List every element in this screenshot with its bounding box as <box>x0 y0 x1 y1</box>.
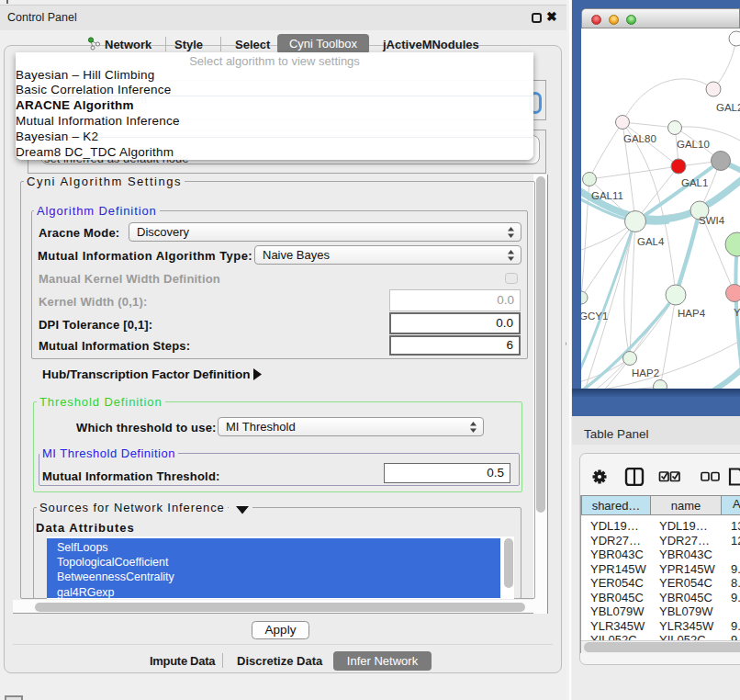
svg-text:GAL1: GAL1 <box>681 177 708 188</box>
svg-text:Y: Y <box>734 307 740 318</box>
svg-text:GAL80: GAL80 <box>623 133 656 144</box>
svg-text:GCY1: GCY1 <box>581 310 608 322</box>
svg-text:HAP2: HAP2 <box>632 367 659 378</box>
svg-text:HAP4: HAP4 <box>678 308 706 319</box>
svg-text:GAL11: GAL11 <box>591 190 623 201</box>
svg-text:SWI4: SWI4 <box>699 215 725 226</box>
svg-text:GAL10: GAL10 <box>677 139 710 150</box>
svg-text:GAL4: GAL4 <box>637 236 665 247</box>
svg-text:GAL2: GAL2 <box>716 102 740 113</box>
